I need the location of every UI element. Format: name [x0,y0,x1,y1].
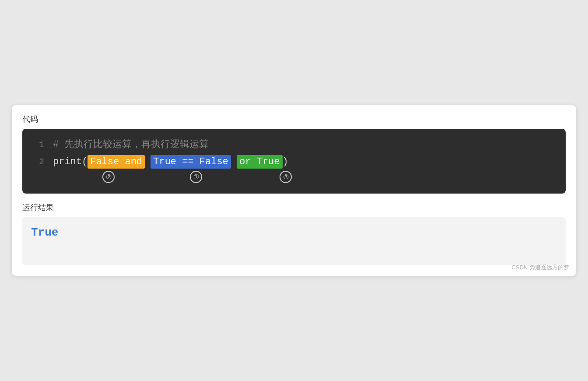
line-content-2: print(False and True == False or True) [53,155,288,169]
space2 [231,156,237,167]
result-value: True [31,226,58,239]
false-and-highlight: False and [88,155,145,169]
line-number-2: 2 [22,157,53,167]
comment-text: # 先执行比较运算，再执行逻辑运算 [53,138,209,151]
result-block: True [22,217,566,265]
annotation-3-label: ③ [283,173,289,181]
main-card: 代码 1 # 先执行比较运算，再执行逻辑运算 2 print(False and… [12,105,576,276]
result-section-label: 运行结果 [22,202,566,213]
annotations-row: ② ① ③ [53,171,566,187]
or-true-highlight: or True [237,155,282,169]
space1 [145,156,150,167]
code-section-label: 代码 [22,114,566,124]
line-content-1: # 先执行比较运算，再执行逻辑运算 [53,138,209,151]
true-eq-false-highlight: True == False [150,155,231,169]
code-line-1: 1 # 先执行比较运算，再执行逻辑运算 [22,136,566,153]
watermark: CSDN @追逐远方的梦 [511,264,569,272]
line-number-1: 1 [22,140,53,150]
print-suffix: ) [283,156,288,167]
annotation-1-label: ① [193,173,199,181]
annotation-2-circle: ② [102,171,115,183]
code-block: 1 # 先执行比较运算，再执行逻辑运算 2 print(False and Tr… [22,129,566,194]
annotation-1-circle: ① [190,171,202,183]
annotation-2-label: ② [106,173,112,181]
print-prefix: print( [53,156,88,167]
code-line-2: 2 print(False and True == False or True) [22,153,566,171]
annotation-3-circle: ③ [280,171,292,183]
